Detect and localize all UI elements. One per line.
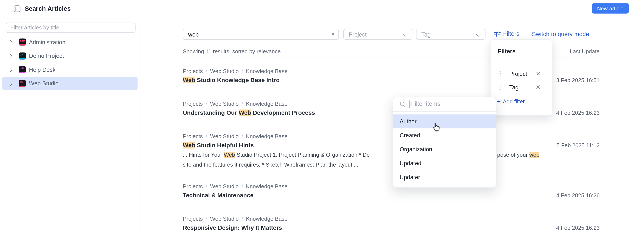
tag-select[interactable]: Tag — [416, 29, 485, 40]
text-caret — [410, 100, 410, 108]
tree-item-label: Web Studio — [29, 80, 59, 87]
breadcrumb-separator: / — [206, 133, 207, 140]
option-author[interactable]: Author — [393, 114, 496, 128]
result-title[interactable]: Understanding Our Web Development Proces… — [183, 109, 315, 116]
search-term-highlight: web — [529, 152, 540, 158]
dropdown-search-placeholder: Filter items — [411, 100, 440, 107]
add-filter-button[interactable]: + Add filter — [497, 98, 525, 105]
result-date: 4 Feb 2025 16:23 — [556, 225, 600, 231]
breadcrumb-separator: / — [206, 216, 207, 222]
app-window: Search Articles New article ADM Administ… — [0, 0, 644, 239]
add-filter-dropdown: Filter items Author Created Organization… — [392, 97, 496, 188]
breadcrumb: Projects/Web Studio/Knowledge Base — [183, 133, 288, 140]
tree-item-web-studio[interactable]: WS Web Studio — [2, 76, 138, 90]
clear-search-icon[interactable]: × — [331, 30, 335, 37]
breadcrumb-item[interactable]: Web Studio — [210, 183, 239, 190]
tree-item-demo-project[interactable]: DP Demo Project — [2, 49, 138, 63]
project-avatar: WS — [19, 80, 26, 87]
option-updated[interactable]: Updated — [393, 156, 496, 170]
tree-item-administration[interactable]: ADM Administration — [2, 35, 138, 49]
breadcrumb-item[interactable]: Knowledge Base — [246, 68, 288, 74]
project-tree: ADM Administration DP Demo Project HEL H… — [0, 35, 140, 90]
option-updater[interactable]: Updater — [393, 170, 496, 184]
filters-button-label: Filters — [503, 30, 519, 37]
breadcrumb-item[interactable]: Web Studio — [210, 216, 239, 222]
add-filter-label: Add filter — [503, 98, 525, 105]
breadcrumb-item[interactable]: Web Studio — [210, 68, 239, 74]
filter-item-label: Project — [509, 70, 527, 77]
top-bar: Search Articles New article — [0, 0, 644, 19]
result-date: 3 Feb 2025 16:51 — [556, 77, 600, 83]
search-term-highlight: Web — [183, 142, 195, 149]
breadcrumb: Projects/Web Studio/Knowledge Base — [183, 183, 288, 190]
filter-item-tag: Tag ✕ — [491, 82, 552, 93]
breadcrumb-item[interactable]: Projects — [183, 101, 203, 107]
sidebar-toggle-icon[interactable] — [14, 5, 20, 14]
search-box: × — [183, 29, 339, 40]
breadcrumb-separator: / — [206, 68, 207, 74]
search-input[interactable] — [183, 29, 338, 39]
remove-filter-icon[interactable]: ✕ — [536, 70, 541, 77]
breadcrumb-separator: / — [206, 183, 207, 190]
breadcrumb-item[interactable]: Knowledge Base — [246, 183, 288, 190]
breadcrumb-separator: / — [242, 101, 243, 107]
project-avatar: HEL — [19, 66, 26, 73]
filter-item-label: Tag — [509, 84, 518, 91]
dropdown-search[interactable]: Filter items — [393, 97, 496, 111]
chevron-right-icon[interactable] — [8, 67, 12, 72]
filters-popover-title: Filters — [498, 48, 516, 55]
result-title[interactable]: Technical & Maintenance — [183, 192, 254, 199]
breadcrumb-item[interactable]: Knowledge Base — [246, 216, 288, 222]
result-date: 5 Feb 2025 11:12 — [556, 142, 600, 149]
breadcrumb-item[interactable]: Web Studio — [210, 133, 239, 140]
breadcrumb-separator: / — [206, 101, 207, 107]
project-avatar: DP — [19, 52, 26, 59]
drag-handle-icon[interactable] — [499, 84, 502, 90]
page-title: Search Articles — [24, 5, 70, 12]
result-title[interactable]: Web Studio Knowledge Base Intro — [183, 77, 280, 83]
result-snippet: site and the features it requires. * Ske… — [183, 162, 358, 168]
project-select-placeholder: Project — [349, 31, 366, 38]
project-select[interactable]: Project — [343, 29, 412, 40]
breadcrumb-item[interactable]: Projects — [183, 183, 203, 190]
breadcrumb: Projects/Web Studio/Knowledge Base — [183, 101, 288, 107]
breadcrumb-item[interactable]: Web Studio — [210, 101, 239, 107]
chevron-down-icon — [476, 32, 480, 36]
remove-filter-icon[interactable]: ✕ — [536, 84, 541, 91]
result-date: 4 Feb 2025 16:23 — [556, 110, 600, 116]
chevron-right-icon[interactable] — [8, 54, 12, 58]
drag-handle-icon[interactable] — [499, 71, 502, 77]
tree-item-label: Administration — [29, 39, 66, 45]
option-created[interactable]: Created — [393, 128, 496, 142]
breadcrumb-item[interactable]: Projects — [183, 68, 203, 74]
breadcrumb-separator: / — [242, 216, 243, 222]
breadcrumb-item[interactable]: Knowledge Base — [246, 133, 288, 140]
tag-select-placeholder: Tag — [422, 31, 431, 38]
filters-popover: Filters Project ✕ Tag ✕ + Add filter — [491, 39, 552, 116]
new-article-button[interactable]: New article — [592, 3, 629, 13]
option-organization[interactable]: Organization — [393, 142, 496, 156]
sliders-icon — [494, 30, 501, 37]
breadcrumb-item[interactable]: Projects — [183, 216, 203, 222]
result-date: 4 Feb 2025 16:26 — [556, 192, 600, 199]
result-title[interactable]: Responsive Design: Why It Matters — [183, 224, 282, 231]
result-snippet: rpose of your web — [495, 152, 540, 158]
sidebar-filter-input[interactable] — [6, 22, 136, 33]
filters-button[interactable]: Filters — [494, 30, 520, 37]
tree-item-help-desk[interactable]: HEL Help Desk — [2, 63, 138, 76]
chevron-right-icon[interactable] — [8, 40, 12, 44]
results-summary: Showing 11 results, sorted by relevance — [183, 48, 281, 55]
tree-item-label: Help Desk — [29, 66, 56, 73]
plus-icon: + — [497, 99, 501, 104]
chevron-right-icon[interactable] — [8, 81, 12, 86]
search-icon — [399, 101, 406, 108]
search-term-highlight: Web — [239, 109, 251, 116]
breadcrumb-item[interactable]: Projects — [183, 133, 203, 140]
result-title[interactable]: Web Studio Helpful Hints — [183, 142, 254, 149]
sidebar-divider — [140, 19, 140, 239]
breadcrumb-item[interactable]: Knowledge Base — [246, 101, 288, 107]
breadcrumb: Projects/Web Studio/Knowledge Base — [183, 216, 288, 222]
switch-query-mode-link[interactable]: Switch to query mode — [532, 31, 589, 37]
search-term-highlight: Web — [183, 77, 195, 83]
breadcrumb: Projects/Web Studio/Knowledge Base — [183, 68, 288, 74]
